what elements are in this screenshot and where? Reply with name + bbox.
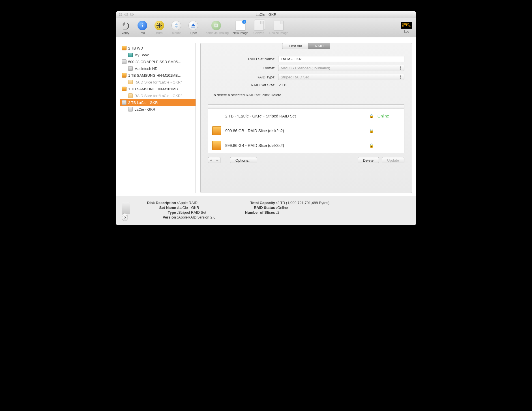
disk-description-label: Disk Description : xyxy=(139,201,178,205)
disk-icon xyxy=(128,107,133,112)
sidebar-item[interactable]: 2 TB WD xyxy=(120,45,196,52)
sidebar-item-label: 500.28 GB APPLE SSD SM05… xyxy=(128,60,181,64)
resize-image-button[interactable]: Resize Image xyxy=(269,21,288,35)
raid-type-value: Striped RAID Set xyxy=(281,75,309,79)
new-image-button[interactable]: New Image xyxy=(233,21,248,35)
sidebar-item[interactable]: 1 TB SAMSUNG HN-M101MB… xyxy=(120,85,196,92)
sidebar-item-label: My Book xyxy=(134,53,149,57)
disk-icon xyxy=(122,87,126,91)
log-button[interactable]: WARNIN AY 7:36 Log xyxy=(400,22,413,33)
window-controls xyxy=(119,13,134,16)
mount-icon xyxy=(171,21,181,30)
sidebar-item-label: LaCie - GKR xyxy=(134,107,155,112)
raid-size-label: RAID Set Size: xyxy=(208,83,278,87)
resize-label: Resize Image xyxy=(269,31,288,35)
svg-marker-12 xyxy=(191,23,195,26)
raid-status-label-footer: RAID Status : xyxy=(238,206,277,210)
add-member-button[interactable]: + xyxy=(208,157,214,163)
enable-journaling-button[interactable]: Enable Journaling xyxy=(204,21,229,35)
drive-icon xyxy=(212,112,221,121)
version-value: AppleRAID version 2.0 xyxy=(178,215,216,219)
svg-line-7 xyxy=(160,27,161,27)
raid-member-row[interactable]: 999.86 GB - RAID Slice (disk3s2)🔒 xyxy=(208,138,404,153)
new-image-label: New Image xyxy=(233,31,248,35)
lock-icon: 🔒 xyxy=(369,129,374,133)
mount-button[interactable]: Mount xyxy=(170,21,183,35)
journaling-icon xyxy=(211,21,221,30)
version-label: Version : xyxy=(139,215,178,219)
main-panel: First Aid RAID RAID Set Name: Format: Ma… xyxy=(200,43,412,193)
log-icon: WARNIN AY 7:36 xyxy=(401,22,412,29)
disk-sidebar[interactable]: 2 TB WDMy Book500.28 GB APPLE SSD SM05…M… xyxy=(120,43,196,193)
raid-status-value-footer: Online xyxy=(277,206,288,210)
burn-icon xyxy=(155,21,164,30)
sidebar-item[interactable]: 500.28 GB APPLE SSD SM05… xyxy=(120,58,196,65)
convert-button[interactable]: Convert xyxy=(252,21,265,35)
info-button[interactable]: i Info xyxy=(136,21,149,35)
convert-label: Convert xyxy=(253,31,264,35)
remove-member-button[interactable]: − xyxy=(214,157,220,163)
format-select[interactable]: Mac OS Extended (Journaled) ▲▼ xyxy=(278,65,404,71)
svg-marker-11 xyxy=(174,26,178,28)
verify-button[interactable]: Verify xyxy=(119,21,132,35)
eject-icon xyxy=(188,21,198,30)
type-label: Type : xyxy=(139,210,178,215)
format-label: Format: xyxy=(208,66,278,70)
toolbar: Verify i Info Burn Mount Eject xyxy=(116,18,416,37)
sidebar-item[interactable]: My Book xyxy=(120,52,196,58)
drive-icon xyxy=(212,126,221,135)
raid-member-row[interactable]: 999.86 GB - RAID Slice (disk2s2)🔒 xyxy=(208,123,404,138)
member-label: 999.86 GB - RAID Slice (disk3s2) xyxy=(225,143,365,148)
disk-icon xyxy=(128,80,133,84)
sidebar-item[interactable]: Macintosh HD xyxy=(120,65,196,72)
sidebar-item-label: RAID Slice for “LaCie - GKR” xyxy=(134,94,182,98)
total-capacity-label: Total Capacity : xyxy=(238,201,277,205)
zoom-window-button[interactable] xyxy=(130,13,134,16)
raid-buttons: + − Options… Delete Update xyxy=(201,157,412,163)
info-icon: i xyxy=(138,21,147,30)
total-capacity-value: 2 TB (1,999,721,791,488 Bytes) xyxy=(277,201,329,205)
burn-label: Burn xyxy=(156,31,162,35)
sidebar-item[interactable]: RAID Slice for “LaCie - GKR” xyxy=(120,79,196,85)
close-window-button[interactable] xyxy=(119,13,122,16)
svg-line-8 xyxy=(157,27,158,27)
verify-label: Verify xyxy=(121,31,129,35)
members-header xyxy=(208,105,404,109)
minimize-window-button[interactable] xyxy=(125,13,128,16)
options-button[interactable]: Options… xyxy=(230,157,257,163)
raid-form: RAID Set Name: Format: Mac OS Extended (… xyxy=(201,50,412,97)
convert-icon xyxy=(254,21,264,30)
svg-line-6 xyxy=(157,23,158,24)
disk-utility-window: LaCie - GKR Verify i Info Burn Mount xyxy=(116,11,416,225)
resize-icon xyxy=(274,21,284,30)
update-button[interactable]: Update xyxy=(382,157,404,163)
raid-type-select[interactable]: Striped RAID Set ▲▼ xyxy=(278,74,404,80)
format-value: Mac OS Extended (Journaled) xyxy=(281,66,330,70)
raid-members-list[interactable]: 2 TB - “LaCie - GKR” - Striped RAID Set🔒… xyxy=(208,104,404,153)
help-button[interactable]: ? xyxy=(122,215,128,221)
disk-icon xyxy=(122,100,126,105)
sidebar-item[interactable]: RAID Slice for “LaCie - GKR” xyxy=(120,92,196,99)
svg-rect-0 xyxy=(122,22,125,26)
sidebar-item[interactable]: 1 TB SAMSUNG HN-M101MB… xyxy=(120,72,196,79)
info-label: Info xyxy=(140,31,145,35)
delete-button[interactable]: Delete xyxy=(358,157,379,163)
sidebar-item-label: 1 TB SAMSUNG HN-M101MB… xyxy=(128,73,181,78)
eject-button[interactable]: Eject xyxy=(187,21,200,35)
tab-raid[interactable]: RAID xyxy=(308,43,330,49)
sidebar-item[interactable]: 2 TB LaCie - GKR xyxy=(120,99,196,106)
raid-member-row[interactable]: 2 TB - “LaCie - GKR” - Striped RAID Set🔒… xyxy=(208,109,404,123)
num-slices-label: Number of Slices : xyxy=(238,210,277,215)
chevron-updown-icon: ▲▼ xyxy=(399,75,402,79)
tab-first-aid[interactable]: First Aid xyxy=(282,43,308,49)
set-name-label: Set Name : xyxy=(139,206,178,210)
raid-type-label: RAID Type: xyxy=(208,75,278,79)
sidebar-item[interactable]: LaCie - GKR xyxy=(120,106,196,113)
journaling-label: Enable Journaling xyxy=(204,31,229,35)
sidebar-item-label: 2 TB WD xyxy=(128,46,143,50)
raid-name-input[interactable] xyxy=(278,56,404,62)
disk-icon xyxy=(128,93,133,98)
burn-button[interactable]: Burn xyxy=(153,21,166,35)
mount-label: Mount xyxy=(172,31,181,35)
raid-size-value: 2 TB xyxy=(278,83,286,87)
